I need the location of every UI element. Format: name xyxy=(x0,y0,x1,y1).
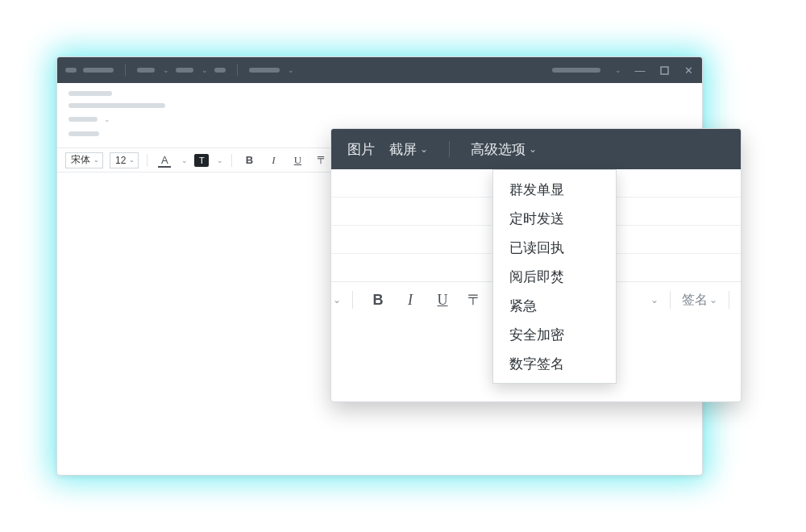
fore-titlebar: 图片 截屏 ⌄ 高级选项 ⌄ xyxy=(331,129,741,169)
menu-item-read-receipt[interactable]: 已读回执 xyxy=(493,233,616,262)
menu-item-digital-signature[interactable]: 数字签名 xyxy=(493,349,616,378)
advanced-options-button[interactable]: 高级选项 ⌄ xyxy=(471,140,537,159)
menu-item-burn-after-read[interactable]: 阅后即焚 xyxy=(493,262,616,291)
close-icon[interactable]: ✕ xyxy=(683,64,694,76)
signature-button[interactable]: 签名 xyxy=(682,292,708,309)
underline-button[interactable]: U xyxy=(289,152,306,168)
font-family-value: 宋体 xyxy=(71,153,90,167)
chevron-down-icon[interactable]: ⌄ xyxy=(217,156,223,164)
menu-item-mass-individual[interactable]: 群发单显 xyxy=(493,175,616,204)
chevron-down-icon: ⌄ xyxy=(93,156,99,164)
minimize-icon[interactable]: — xyxy=(634,64,646,76)
screenshot-button[interactable]: 截屏 ⌄ xyxy=(389,140,428,159)
bold-button[interactable]: B xyxy=(240,152,258,168)
font-family-combo[interactable]: 宋体 ⌄ xyxy=(65,152,103,168)
underline-button[interactable]: U xyxy=(429,287,456,313)
highlight-color-button[interactable]: T xyxy=(194,154,209,167)
font-size-combo[interactable]: 12 ⌄ xyxy=(110,152,139,168)
italic-button[interactable]: I xyxy=(264,152,282,168)
chevron-down-icon: ⌄ xyxy=(129,156,135,164)
titlebar-separator xyxy=(449,141,450,157)
chevron-down-icon: ⌄ xyxy=(420,143,428,155)
menu-item-secure-encrypt[interactable]: 安全加密 xyxy=(493,320,616,349)
chevron-down-icon: ⌄ xyxy=(529,143,537,155)
chevron-down-icon[interactable]: ⌄ xyxy=(333,294,341,305)
font-size-value: 12 xyxy=(115,155,126,166)
menu-item-urgent[interactable]: 紧急 xyxy=(493,291,616,320)
back-titlebar: ⌄ ⌄ ⌄ ⌄ — ✕ xyxy=(57,57,702,83)
italic-button[interactable]: I xyxy=(397,287,424,313)
strikethrough-button[interactable]: 〒 xyxy=(461,287,488,313)
menu-item-scheduled-send[interactable]: 定时发送 xyxy=(493,204,616,233)
insert-image-button[interactable]: 图片 xyxy=(347,140,375,159)
chevron-down-icon[interactable]: ⌄ xyxy=(650,294,659,305)
back-titlebar-left: ⌄ ⌄ ⌄ xyxy=(65,64,294,76)
chevron-down-icon[interactable]: ⌄ xyxy=(709,294,717,305)
compose-window-foreground: 图片 截屏 ⌄ 高级选项 ⌄ ⌄ B I U 〒 ⌄ 签名 ⌄ xyxy=(330,128,742,402)
chevron-down-icon[interactable]: ⌄ xyxy=(181,156,188,164)
bold-button[interactable]: B xyxy=(364,287,392,313)
advanced-options-menu: 群发单显 定时发送 已读回执 阅后即焚 紧急 安全加密 数字签名 xyxy=(492,169,617,384)
svg-rect-0 xyxy=(661,67,668,74)
strikethrough-button[interactable]: 〒 xyxy=(313,152,330,168)
maximize-icon[interactable] xyxy=(659,64,670,76)
font-color-button[interactable]: A xyxy=(156,152,173,168)
